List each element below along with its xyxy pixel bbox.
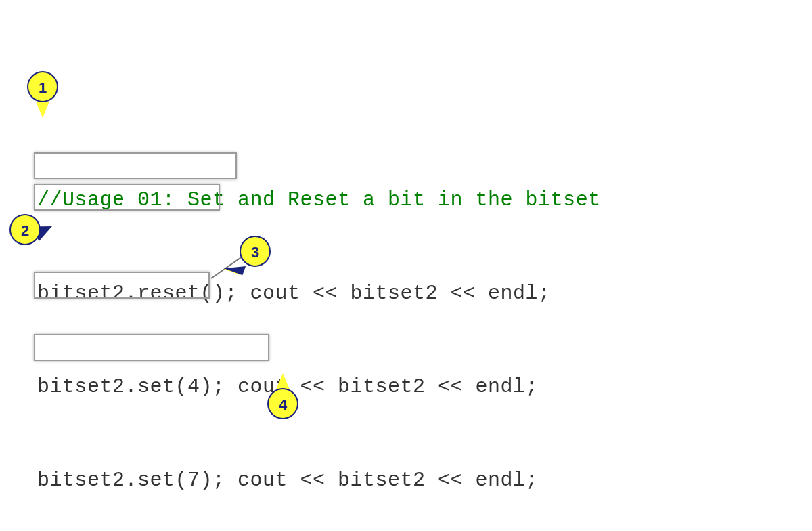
callout-1: 1 [27,71,58,102]
callout-1-pointer [36,102,49,118]
highlight-box-2 [34,184,220,211]
code-line-2: bitset2.set(4); cout << bitset2 << endl; [37,371,601,402]
callout-2: 2 [9,214,41,245]
callout-4-pointer [276,373,290,389]
highlight-box-3 [34,272,210,299]
highlight-box-4 [34,334,269,361]
callout-3: 3 [240,236,271,267]
code-diagram: //Usage 01: Set and Reset a bit in the b… [0,0,812,531]
highlight-box-1 [34,152,237,179]
code-line-3: bitset2.set(7); cout << bitset2 << endl; [37,465,601,496]
callout-4: 4 [267,388,298,419]
